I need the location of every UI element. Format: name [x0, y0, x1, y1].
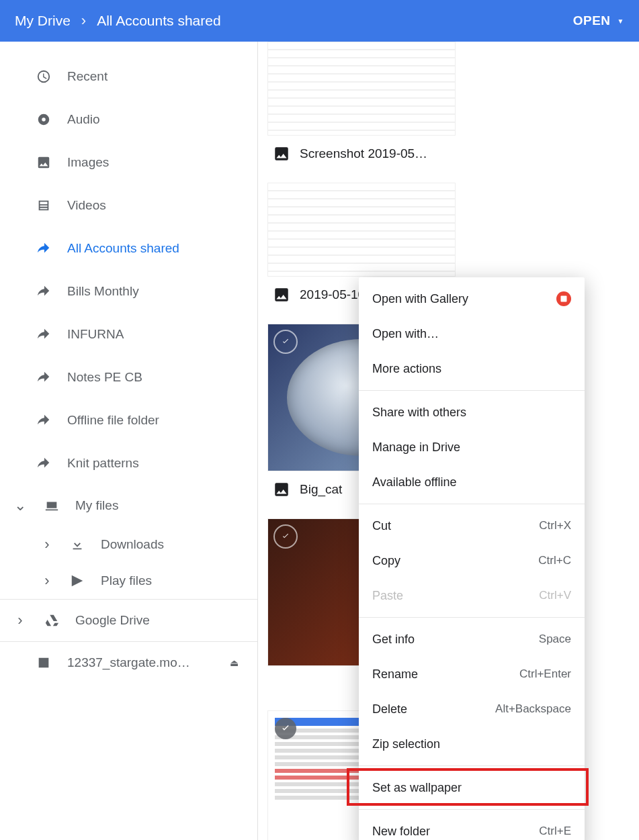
sidebar-label: Downloads — [101, 537, 164, 552]
menu-label: Copy — [372, 554, 400, 568]
sidebar-label: Recent — [67, 69, 108, 84]
chevron-down-icon: ▼ — [617, 17, 624, 25]
menu-delete[interactable]: DeleteAlt+Backspace — [359, 692, 585, 727]
menu-more-actions[interactable]: More actions — [359, 351, 585, 386]
chevron-right-icon: › — [81, 12, 86, 30]
sidebar-item-images[interactable]: Images — [0, 141, 257, 184]
shortcut: Ctrl+C — [538, 554, 571, 567]
sidebar-item-infurna[interactable]: INFURNA — [0, 313, 257, 356]
clock-icon — [36, 69, 51, 84]
sidebar-label: Knit patterns — [67, 456, 139, 471]
menu-cut[interactable]: CutCtrl+X — [359, 508, 585, 543]
sidebar-item-bills[interactable]: Bills Monthly — [0, 270, 257, 313]
shortcut: Ctrl+Enter — [519, 667, 571, 681]
menu-open-gallery[interactable]: Open with Gallery — [359, 281, 585, 316]
sidebar-item-gdrive[interactable]: › Google Drive — [0, 600, 257, 641]
video-icon — [36, 198, 51, 213]
menu-set-wallpaper[interactable]: Set as wallpaper — [359, 770, 585, 805]
menu-share[interactable]: Share with others — [359, 395, 585, 430]
drive-icon — [44, 613, 59, 628]
image-file-icon — [273, 481, 290, 498]
menu-label: Open with… — [372, 327, 439, 341]
shortcut: Ctrl+V — [539, 589, 571, 602]
menu-open-with[interactable]: Open with… — [359, 316, 585, 351]
menu-label: Set as wallpaper — [372, 781, 462, 795]
share-icon — [36, 327, 51, 342]
menu-label: Available offline — [372, 475, 456, 489]
menu-get-info[interactable]: Get infoSpace — [359, 622, 585, 657]
gallery-app-icon — [556, 291, 571, 306]
share-icon — [36, 413, 51, 428]
menu-label: Delete — [372, 702, 407, 716]
open-label: OPEN — [573, 13, 611, 28]
menu-label: Rename — [372, 667, 418, 682]
thumbnail — [267, 42, 456, 136]
chevron-right-icon: › — [40, 572, 54, 590]
menu-separator — [359, 617, 585, 618]
menu-separator — [359, 390, 585, 391]
shortcut: Space — [539, 633, 571, 646]
sidebar-item-stargate[interactable]: 12337_stargate.mo… ⏏ — [0, 642, 257, 684]
sidebar-item-downloads[interactable]: › Downloads — [0, 526, 257, 563]
menu-label: Zip selection — [372, 737, 440, 751]
sidebar-item-knit[interactable]: Knit patterns — [0, 442, 257, 485]
sidebar-label: Bills Monthly — [67, 284, 139, 299]
sidebar-item-playfiles[interactable]: › Play files — [0, 563, 257, 599]
sidebar-item-myfiles[interactable]: ⌄ My files — [0, 485, 257, 526]
app-header: My Drive › All Accounts shared OPEN ▼ — [0, 0, 639, 42]
laptop-icon — [44, 498, 59, 513]
menu-label: Paste — [372, 589, 403, 603]
share-icon — [36, 370, 51, 385]
menu-rename[interactable]: RenameCtrl+Enter — [359, 657, 585, 692]
sidebar-item-offline[interactable]: Offline file folder — [0, 399, 257, 442]
file-name: 12337_stargate.mo… — [67, 655, 190, 670]
sidebar-item-notes[interactable]: Notes PE CB — [0, 356, 257, 399]
breadcrumb-root[interactable]: My Drive — [15, 13, 71, 29]
menu-zip[interactable]: Zip selection — [359, 727, 585, 761]
menu-label: Cut — [372, 519, 391, 533]
chevron-right-icon: › — [12, 612, 28, 629]
download-icon — [70, 537, 85, 552]
menu-paste: PasteCtrl+V — [359, 578, 585, 613]
chevron-down-icon: ⌄ — [12, 497, 28, 514]
menu-manage-drive[interactable]: Manage in Drive — [359, 430, 585, 465]
sidebar-item-audio[interactable]: Audio — [0, 98, 257, 141]
sidebar-item-videos[interactable]: Videos — [0, 184, 257, 227]
play-icon — [70, 573, 85, 588]
sidebar-label: Audio — [67, 112, 100, 127]
shortcut: Ctrl+E — [539, 825, 571, 838]
file-tile[interactable]: Screenshot 2019-05… — [267, 42, 456, 175]
sidebar-item-all-accounts[interactable]: All Accounts shared — [0, 227, 257, 270]
file-name: Screenshot 2019-05… — [300, 146, 427, 161]
archive-icon — [36, 655, 51, 670]
sidebar-label: Images — [67, 155, 109, 170]
sidebar-label: Offline file folder — [67, 413, 159, 428]
share-icon — [36, 456, 51, 471]
shortcut: Ctrl+X — [539, 519, 571, 532]
menu-label: Get info — [372, 633, 415, 647]
sidebar-label: Play files — [101, 573, 152, 588]
check-icon — [273, 524, 298, 549]
eject-icon[interactable]: ⏏ — [230, 657, 239, 668]
breadcrumb-current[interactable]: All Accounts shared — [97, 13, 220, 29]
menu-new-folder[interactable]: New folderCtrl+E — [359, 814, 585, 840]
menu-copy[interactable]: CopyCtrl+C — [359, 543, 585, 578]
menu-available-offline[interactable]: Available offline — [359, 465, 585, 500]
open-dropdown[interactable]: OPEN ▼ — [573, 13, 624, 28]
check-icon — [275, 718, 296, 739]
image-file-icon — [273, 145, 290, 162]
sidebar-label: My files — [75, 498, 118, 513]
menu-separator — [359, 809, 585, 810]
sidebar-item-recent[interactable]: Recent — [0, 55, 257, 98]
sidebar-label: Google Drive — [75, 613, 150, 628]
menu-label: Share with others — [372, 406, 466, 420]
share-icon — [36, 241, 51, 256]
sidebar-label: Videos — [67, 198, 106, 213]
context-menu: Open with Gallery Open with… More action… — [359, 277, 585, 840]
audio-icon — [36, 112, 51, 127]
sidebar-label: INFURNA — [67, 327, 124, 342]
check-icon — [273, 330, 298, 354]
menu-separator — [359, 765, 585, 766]
image-icon — [36, 155, 51, 170]
menu-label: More actions — [372, 362, 441, 376]
